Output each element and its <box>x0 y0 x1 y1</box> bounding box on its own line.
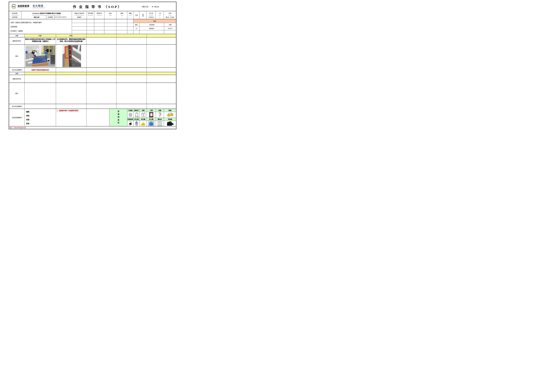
illustration-label: 图示 <box>9 45 25 67</box>
page-title: 作 业 指 导 书 （SOP） <box>54 4 141 9</box>
total-process-col: 总工序 工序页次 <box>147 11 156 19</box>
preparation-section: 作业前准备事项 编制: 审核: 会签: 批准: 1、设备操作参考《设备操作规范》… <box>9 109 176 126</box>
didu-name: 迪度新能源 <box>18 5 29 7</box>
face-mask-icon <box>149 112 153 117</box>
flow-label: 流程 <box>9 34 25 37</box>
product-label: 品名 <box>109 11 112 15</box>
prep-label: 作业前准备事项 <box>9 109 25 126</box>
page-label: 页码 <box>169 11 171 15</box>
process-name-row: 电芯上料 文件编号 CJCZ-20503-300535 <box>27 15 66 19</box>
purpose-version-section: 1.目的：指导员工按照正确的方法、步骤进行操作 2.适用范围： 3.作业部门：组… <box>9 19 176 34</box>
didu-logo-icon: DiDU <box>11 4 16 9</box>
caution-text: 机械手不能压伤和碰伤电芯 <box>25 68 56 72</box>
process-name-value: 电芯上料 <box>27 15 46 19</box>
svg-text:DiDU: DiDU <box>12 6 15 7</box>
version-row-empty <box>133 30 176 34</box>
purpose-block: 1.目的：指导员工按照正确的方法、步骤进行操作 2.适用范围： 3.作业部门：组… <box>9 19 72 34</box>
ppe-area-label-cell: 劳保用品区 <box>110 109 127 126</box>
gas-mask-icon <box>128 121 132 126</box>
scope-line: 2.适用范围： <box>10 26 18 28</box>
ppe-header-row-2: 防毒面具 防尘服 安全帽 防尘帽 静电衣 劳保鞋 <box>127 118 176 121</box>
detail-row-2: 细部动作作业 <box>9 75 176 83</box>
header-band: DiDU 迪度新能源 Lithium Energy Solutions 长久物流… <box>9 2 176 11</box>
page-no-value: 第1页，共28页 <box>166 15 174 19</box>
gloves-icon <box>141 112 146 117</box>
countersign-line: 会签: <box>26 118 30 121</box>
changjiu-logo-text: 长久物流 CHANGJIU LOGISTICS <box>33 5 45 8</box>
detail-label: 细部动作作业 <box>9 37 25 44</box>
esd-clothes-icon <box>157 121 162 126</box>
didu-logo-text: 迪度新能源 Lithium Energy Solutions <box>18 5 29 8</box>
signature-block: 编制: 审核: 会签: 批准: <box>25 109 56 126</box>
equipment-label: 设备(治工具)名称 <box>74 11 84 15</box>
total-process-label: 总工序 <box>149 11 153 15</box>
version-desc: 新版发行 <box>139 27 164 30</box>
approved-by-line: 批准: <box>26 122 30 125</box>
product-col: 品名 <box>104 11 117 19</box>
process-name-label: 工序名称： <box>12 15 19 19</box>
robot-cell-loading-photo <box>25 45 55 67</box>
step2-text: 叉车放置电芯时，需要将栈板抵到图示限位挡块，表示已经将电芯运送到位置 <box>56 38 87 43</box>
version-row-a0: A0 新版发行 2024/4/3 <box>133 27 176 30</box>
process-label: 工序 <box>133 11 139 19</box>
changjiu-name: 长久物流 <box>33 5 45 7</box>
total-process-value: 1/28 <box>159 11 161 15</box>
step1-photo-cell <box>25 45 56 67</box>
finger-cots-icon <box>128 112 132 117</box>
didu-subtitle: Lithium Energy Solutions <box>18 7 29 8</box>
ppe-icon-row-2 <box>127 121 176 126</box>
caution-label: 作业中注意事项 <box>9 68 25 72</box>
station-type-checkboxes: □重点工站 ■一般工站 <box>141 6 176 7</box>
caution-row-2: 作业中注意事项 <box>9 104 176 109</box>
illustration-row-2: 图示 <box>9 83 176 104</box>
pallet-limit-stop-photo <box>62 45 81 67</box>
safety-glasses-icon <box>166 112 174 117</box>
process-page-value: 1 <box>159 15 160 19</box>
dust-cap-icon <box>148 121 154 126</box>
step2-photo-cell <box>56 45 87 67</box>
flow-label-2: 流程 <box>9 72 25 75</box>
sop-sheet: DiDU 迪度新能源 Lithium Energy Solutions 长久物流… <box>9 2 176 129</box>
material-col: 物料料号 <box>94 11 104 19</box>
caution-label-2: 作业中注意事项 <box>9 104 25 109</box>
version-cols-row: 版本 内容说明 日期 <box>133 23 176 27</box>
prepared-by-line: 编制: <box>26 111 30 113</box>
footer-note-row: 备注：红色字体为重点内容 <box>9 126 176 129</box>
ppe-header-row-1: 手指套 静电环 手套 口罩 耳塞 眼镜 <box>127 109 176 112</box>
version-block: 版本 版本 内容说明 日期 A0 新版发行 2024/4/3 <box>133 19 176 34</box>
prep-note: 1、设备操作参考《设备操作规范》 <box>56 109 87 126</box>
step1-text: 使用叉车将拆包后的电芯运至上料机器人工作所需指定位置，如图所示 <box>25 38 56 43</box>
hard-hat-icon <box>141 121 146 126</box>
flow-row-1: 流程 步骤1 步骤2 <box>9 34 176 37</box>
step4-header <box>117 34 147 37</box>
detail-label-2: 细部动作作业 <box>9 75 25 83</box>
model-col: 型号说明 <box>87 11 94 19</box>
step5-header <box>147 34 176 37</box>
file-name-label: 文件名称： <box>12 11 19 15</box>
caution-row-1: 作业中注意事项 机械手不能压伤和碰伤电芯 <box>9 68 176 72</box>
key-station-checkbox: □重点工站 <box>141 6 148 7</box>
date-col-label: 日期 <box>164 23 176 27</box>
illustration-label-2: 图示 <box>9 83 25 104</box>
equipment-value: 机械手 <box>77 15 81 19</box>
purpose-line: 1.目的：指导员工按照正确的方法、步骤进行操作 <box>10 21 42 23</box>
sop-page: DiDU 迪度新能源 Lithium Energy Solutions 长久物流… <box>0 0 185 131</box>
equipment-col: 设备(治工具)名称 机械手 <box>72 11 87 19</box>
doc-no-value: CJCZ-20503-300535 <box>54 15 66 19</box>
ear-plug-icon <box>158 112 162 117</box>
model-label: 型号说明 <box>88 11 93 15</box>
dust-suit-icon <box>135 121 139 126</box>
info-col-labels: 文件名称： 工序名称： <box>9 11 21 19</box>
doc-no-label: 文件编号 <box>46 15 54 19</box>
ppe-icon-row-1 <box>127 112 176 118</box>
spec-col: 规格 / <box>117 11 127 19</box>
reviewed-by-line: 审核: <box>26 114 30 117</box>
esd-wrist-strap-icon <box>134 112 139 117</box>
file-name-value: DZ100233L1组串式户外储能柜(液冷)产品组装 <box>32 11 61 15</box>
ppe-area-label: 劳保用品区 <box>117 111 120 125</box>
qty-col: 数量 <box>127 11 133 19</box>
illustration-row-1: 图示 <box>9 45 176 68</box>
spec-label: 规格 <box>121 11 123 15</box>
footer-note: 备注：红色字体为重点内容 <box>10 127 26 129</box>
spec-value: / <box>122 15 122 19</box>
